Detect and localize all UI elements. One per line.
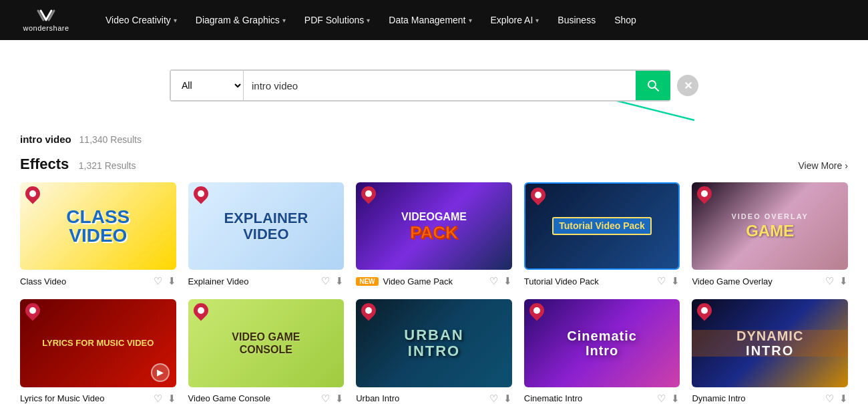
- card-actions: ♡ ⬇: [825, 393, 848, 404]
- effects-grid-row2: LYRICS FOR MUSIC VIDEO ▶ Lyrics for Musi…: [20, 299, 848, 404]
- card-actions: ♡ ⬇: [154, 393, 176, 404]
- chevron-down-icon: ▾: [174, 17, 177, 24]
- card-thumbnail: VIDEO OVERLAY GAME: [692, 182, 848, 270]
- card-title: Explainer Video: [188, 276, 249, 286]
- card-footer: NEW Video Game Pack ♡ ⬇: [356, 275, 512, 287]
- nav-item-video-creativity[interactable]: Video Creativity ▾: [97, 11, 185, 29]
- section-title: Effects: [20, 156, 69, 172]
- card-title: Lyrics for Music Video: [20, 393, 104, 403]
- like-button[interactable]: ♡: [825, 275, 834, 287]
- chevron-right-icon: ›: [845, 160, 848, 171]
- download-button[interactable]: ⬇: [671, 275, 680, 287]
- card-actions: ♡ ⬇: [657, 393, 680, 404]
- card-thumbnail: CLASSVIDEO: [20, 182, 176, 270]
- like-button[interactable]: ♡: [154, 393, 162, 404]
- results-header: intro video 11,340 Results: [0, 127, 868, 156]
- card-footer: Class Video ♡ ⬇: [20, 275, 176, 287]
- card-actions: ♡ ⬇: [489, 275, 512, 287]
- card-dynamic-intro[interactable]: DYNAMIC INTRO Dynamic Intro ♡ ⬇: [692, 299, 848, 404]
- card-video-game-pack[interactable]: VIDEOGAME PACK NEW Video Game Pack ♡ ⬇: [356, 182, 512, 287]
- chevron-down-icon: ▾: [535, 17, 539, 24]
- logo[interactable]: wondershare: [16, 8, 76, 32]
- card-actions: ♡ ⬇: [154, 275, 176, 287]
- download-button[interactable]: ⬇: [671, 393, 680, 404]
- download-button[interactable]: ⬇: [335, 275, 344, 287]
- card-title: Tutorial Video Pack: [524, 276, 599, 286]
- card-footer: Video Game Overlay ♡ ⬇: [692, 275, 848, 287]
- card-title: NEW Video Game Pack: [356, 276, 453, 286]
- results-count: 11,340 Results: [79, 134, 142, 145]
- card-urban-intro[interactable]: URBANINTRO Urban Intro ♡ ⬇: [356, 299, 512, 404]
- effects-section: Effects 1,321 Results View More › CLASSV…: [0, 156, 868, 404]
- card-actions: ♡ ⬇: [489, 393, 512, 404]
- search-area: All Effects Templates Music SFX ✕: [0, 40, 868, 127]
- like-button[interactable]: ♡: [154, 275, 162, 287]
- card-footer: Dynamic Intro ♡ ⬇: [692, 393, 848, 404]
- card-actions: ♡ ⬇: [825, 275, 848, 287]
- chevron-down-icon: ▾: [282, 17, 286, 24]
- card-footer: Video Game Console ♡ ⬇: [188, 393, 345, 404]
- search-clear-button[interactable]: ✕: [677, 75, 698, 96]
- like-button[interactable]: ♡: [489, 275, 498, 287]
- card-video-game-overlay[interactable]: VIDEO OVERLAY GAME Video Game Overlay ♡ …: [692, 182, 848, 287]
- card-title: Class Video: [20, 276, 66, 286]
- like-button[interactable]: ♡: [657, 275, 666, 287]
- card-thumbnail: CinematicIntro: [524, 299, 680, 387]
- like-button[interactable]: ♡: [321, 275, 330, 287]
- like-button[interactable]: ♡: [825, 393, 834, 404]
- card-thumbnail: LYRICS FOR MUSIC VIDEO ▶: [20, 299, 176, 387]
- like-button[interactable]: ♡: [489, 393, 498, 404]
- new-badge: NEW: [356, 277, 378, 286]
- card-explainer-video[interactable]: EXPLAINERVIDEO Explainer Video ♡ ⬇: [188, 182, 345, 287]
- card-tutorial-video-pack[interactable]: Tutorial Video Pack Tutorial Video Pack …: [524, 182, 680, 287]
- card-video-game-console[interactable]: VIDEO GAMECONSOLE Video Game Console ♡ ⬇: [188, 299, 345, 404]
- nav-item-diagram-graphics[interactable]: Diagram & Graphics ▾: [188, 11, 294, 29]
- download-button[interactable]: ⬇: [168, 393, 176, 404]
- logo-text: wondershare: [23, 24, 69, 32]
- search-button[interactable]: [636, 71, 670, 100]
- card-footer: Tutorial Video Pack ♡ ⬇: [524, 275, 680, 287]
- card-actions: ♡ ⬇: [657, 275, 680, 287]
- card-cinematic-intro[interactable]: CinematicIntro Cinematic Intro ♡ ⬇: [524, 299, 680, 404]
- download-button[interactable]: ⬇: [839, 275, 848, 287]
- nav-item-shop[interactable]: Shop: [606, 11, 644, 29]
- search-input[interactable]: [244, 71, 636, 100]
- download-button[interactable]: ⬇: [839, 393, 848, 404]
- like-button[interactable]: ♡: [321, 393, 330, 404]
- card-class-video[interactable]: CLASSVIDEO Class Video ♡ ⬇: [20, 182, 176, 287]
- section-header: Effects 1,321 Results View More ›: [20, 156, 848, 173]
- download-button[interactable]: ⬇: [503, 393, 512, 404]
- svg-line-1: [655, 87, 659, 91]
- section-count: 1,321 Results: [79, 160, 136, 171]
- effects-grid-row1: CLASSVIDEO Class Video ♡ ⬇ EXPLAINERVIDE…: [20, 182, 848, 287]
- card-title: Dynamic Intro: [692, 393, 745, 403]
- card-footer: Lyrics for Music Video ♡ ⬇: [20, 393, 176, 404]
- card-thumbnail: VIDEO GAMECONSOLE: [188, 299, 345, 387]
- like-button[interactable]: ♡: [657, 393, 666, 404]
- card-thumbnail: URBANINTRO: [356, 299, 512, 387]
- card-thumbnail: EXPLAINERVIDEO: [188, 182, 345, 270]
- card-footer: Cinematic Intro ♡ ⬇: [524, 393, 680, 404]
- card-title: Video Game Overlay: [692, 276, 772, 286]
- download-button[interactable]: ⬇: [168, 275, 176, 287]
- card-thumbnail: DYNAMIC INTRO: [692, 299, 848, 387]
- nav-item-data-management[interactable]: Data Management ▾: [381, 11, 479, 29]
- chevron-down-icon: ▾: [367, 17, 370, 24]
- search-container: All Effects Templates Music SFX: [170, 69, 670, 102]
- nav-item-business[interactable]: Business: [550, 11, 604, 29]
- search-filter-select[interactable]: All Effects Templates Music SFX: [171, 71, 244, 100]
- card-thumbnail: Tutorial Video Pack: [524, 182, 680, 270]
- nav-item-pdf-solutions[interactable]: PDF Solutions ▾: [296, 11, 378, 29]
- card-lyrics-music-video[interactable]: LYRICS FOR MUSIC VIDEO ▶ Lyrics for Musi…: [20, 299, 176, 404]
- card-footer: Urban Intro ♡ ⬇: [356, 393, 512, 404]
- download-button[interactable]: ⬇: [503, 275, 512, 287]
- chevron-down-icon: ▾: [469, 17, 472, 24]
- card-footer: Explainer Video ♡ ⬇: [188, 275, 345, 287]
- download-button[interactable]: ⬇: [335, 393, 344, 404]
- card-title: Urban Intro: [356, 393, 399, 403]
- card-actions: ♡ ⬇: [321, 393, 344, 404]
- navbar: wondershare Video Creativity ▾ Diagram &…: [0, 0, 868, 40]
- card-title: Video Game Console: [188, 393, 270, 403]
- view-more-button[interactable]: View More ›: [798, 160, 848, 171]
- nav-item-explore-ai[interactable]: Explore AI ▾: [483, 11, 548, 29]
